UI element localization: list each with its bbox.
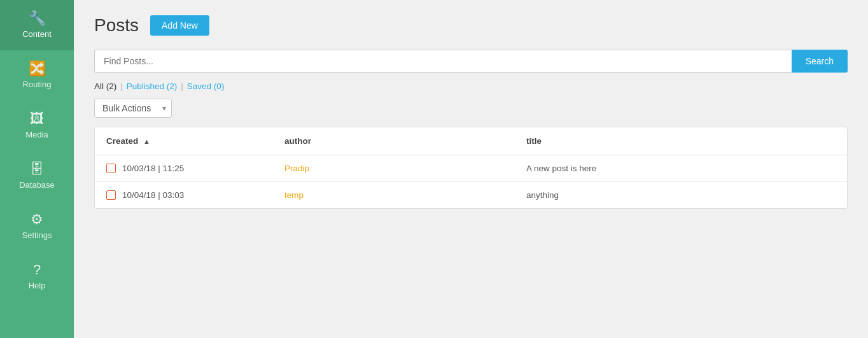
row-checkbox[interactable] [106,190,116,200]
filter-tabs: All (2) | Published (2) | Saved (0) [94,81,848,91]
cell-title: anything [515,182,847,209]
table-row: 10/04/18 | 03:03tempanything [95,182,847,209]
created-value: 10/03/18 | 11:25 [122,164,184,173]
cell-created: 10/03/18 | 11:25 [95,155,273,182]
sidebar-item-database[interactable]: 🗄 Database [0,151,74,201]
sort-asc-icon: ▲ [143,137,150,145]
sidebar-item-media[interactable]: 🖼 Media [0,101,74,151]
sidebar-item-routing[interactable]: 🔀 Routing [0,50,74,101]
column-label-title: title [526,136,542,146]
column-header-title: title [515,127,847,155]
database-icon: 🗄 [30,162,44,176]
sidebar-label-settings: Settings [22,230,52,240]
page-title: Posts [94,15,139,36]
sidebar-label-help: Help [29,281,46,290]
table-header: Created ▲ author title [95,127,847,155]
sidebar-label-database: Database [19,180,55,190]
column-label-created: Created [106,136,138,146]
title-value: A new post is here [526,164,596,173]
sidebar-label-routing: Routing [23,80,52,89]
search-input[interactable] [94,50,792,73]
media-icon: 🖼 [30,112,44,126]
filter-tab-published[interactable]: Published (2) [127,81,178,91]
cell-author: Pradip [273,155,515,182]
sidebar-item-help[interactable]: ? Help [0,251,74,302]
wrench-icon: 🔧 [29,11,46,25]
author-link[interactable]: temp [284,190,304,200]
cell-created: 10/04/18 | 03:03 [95,182,273,209]
filter-tab-all[interactable]: All (2) [94,81,116,91]
settings-icon: ⚙ [31,213,43,227]
cell-title: A new post is here [515,155,847,182]
table-body: 10/03/18 | 11:25PradipA new post is here… [95,155,847,209]
search-button[interactable]: Search [792,50,848,73]
posts-table: Created ▲ author title 10/03/18 | 11:25P… [95,127,847,208]
author-link[interactable]: Pradip [284,164,309,173]
page-header: Posts Add New [94,15,848,36]
search-bar: Search [94,50,848,73]
separator-2: | [181,81,183,91]
created-value: 10/04/18 | 03:03 [122,190,184,200]
filter-tab-saved[interactable]: Saved (0) [187,81,225,91]
column-label-author: author [284,136,311,146]
sidebar-item-content[interactable]: 🔧 Content [0,0,74,50]
column-header-author: author [273,127,515,155]
column-header-created[interactable]: Created ▲ [95,127,273,155]
help-icon: ? [33,263,41,277]
routing-icon: 🔀 [29,62,46,76]
sidebar-item-settings[interactable]: ⚙ Settings [0,201,74,251]
main-content: Posts Add New Search All (2) | Published… [74,0,868,338]
cell-author: temp [273,182,515,209]
title-value: anything [526,190,559,200]
sidebar: 🔧 Content 🔀 Routing 🖼 Media 🗄 Database ⚙… [0,0,74,338]
sidebar-label-content: Content [22,29,52,39]
separator-1: | [120,81,123,91]
table-row: 10/03/18 | 11:25PradipA new post is here [95,155,847,182]
bulk-actions-select[interactable]: Bulk Actions [94,99,172,118]
table-header-row: Created ▲ author title [95,127,847,155]
row-checkbox[interactable] [106,164,116,173]
sidebar-label-media: Media [25,130,48,139]
posts-table-container: Created ▲ author title 10/03/18 | 11:25P… [94,127,848,209]
add-new-button[interactable]: Add New [150,15,209,36]
bulk-actions-wrapper: Bulk Actions ▾ [94,99,172,118]
bulk-actions-bar: Bulk Actions ▾ [94,99,848,118]
